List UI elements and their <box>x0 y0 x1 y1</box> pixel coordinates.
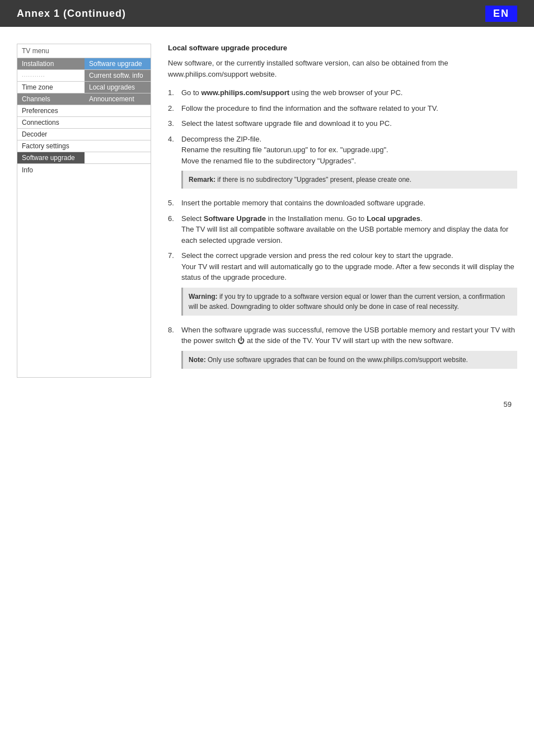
tv-menu-left-item[interactable]: Time zone <box>17 82 85 93</box>
note-box: Note: Only use software upgrades that ca… <box>181 351 517 369</box>
step-number: 8. <box>168 325 178 336</box>
step-item: 2.Follow the procedure to find the infor… <box>168 103 517 114</box>
page-footer: 59 <box>0 395 534 414</box>
tv-menu-left-item[interactable]: Software upgrade <box>17 152 85 163</box>
step-text-line: Follow the procedure to find the informa… <box>181 104 438 112</box>
step-number: 5. <box>168 198 178 209</box>
step-item: 1.Go to www.philips.com/support using th… <box>168 87 517 98</box>
header-bar: Annex 1 (Continued) EN <box>0 0 534 27</box>
tv-menu-row: ...........Current softw. info <box>17 70 151 81</box>
tv-menu-title: TV menu <box>17 44 151 58</box>
page-title: Annex 1 (Continued) <box>17 8 126 20</box>
step-content: Follow the procedure to find the informa… <box>181 103 517 114</box>
info-item: Info <box>17 164 151 176</box>
step-item: 6.Select Software Upgrade in the Install… <box>168 213 517 246</box>
tv-menu-row: ChannelsAnnouncement <box>17 93 151 105</box>
tv-menu-row: Connections <box>17 117 151 128</box>
tv-menu-row: Factory settings <box>17 140 151 152</box>
tv-menu-right-item <box>85 117 151 128</box>
step-text-line: Decompress the ZIP-file. <box>181 135 261 143</box>
tv-menu-left-item[interactable]: Installation <box>17 58 85 69</box>
step-text-line: Insert the portable memory that contains… <box>181 199 425 207</box>
step-text-line: Move the renamed file to the subdirector… <box>181 157 356 165</box>
tv-menu-right-item[interactable]: Local upgrades <box>85 82 151 93</box>
step-content: Select the correct upgrade version and p… <box>181 250 517 320</box>
step-number: 6. <box>168 213 178 224</box>
step-text-line: When the software upgrade was successful… <box>181 326 515 345</box>
tv-menu-right-item <box>85 140 151 152</box>
tv-menu-left-item[interactable]: Connections <box>17 117 85 128</box>
tv-menu-right-item[interactable]: Announcement <box>85 93 151 105</box>
intro-text: New software, or the currently installed… <box>168 58 517 79</box>
remark-box: Remark: if there is no subdirectory "Upg… <box>181 171 517 189</box>
step-number: 3. <box>168 118 178 129</box>
step-content: Select Software Upgrade in the Installat… <box>181 213 517 246</box>
warning-box: Warning: if you try to upgrade to a soft… <box>181 288 517 316</box>
step-item: 5.Insert the portable memory that contai… <box>168 198 517 209</box>
steps-list: 1.Go to www.philips.com/support using th… <box>168 87 517 373</box>
step-item: 3.Select the latest software upgrade fil… <box>168 118 517 129</box>
tv-menu-right-item <box>85 129 151 140</box>
step-content: Select the latest software upgrade file … <box>181 118 517 129</box>
tv-menu-right-item <box>85 105 151 116</box>
step-item: 4.Decompress the ZIP-file.Rename the res… <box>168 134 517 194</box>
step-text-line: Rename the resulting file "autorun.upg" … <box>181 145 388 154</box>
section-title: Local software upgrade procedure <box>168 44 517 52</box>
language-badge: EN <box>485 6 517 22</box>
step-text-line: Select the latest software upgrade file … <box>181 119 392 128</box>
tv-menu-row: Preferences <box>17 105 151 116</box>
right-content: Local software upgrade procedure New sof… <box>168 44 517 378</box>
tv-menu-left-item[interactable]: ........... <box>17 70 85 81</box>
step-content: When the software upgrade was successful… <box>181 325 517 373</box>
tv-menu-right-item[interactable]: Software upgrade <box>85 58 151 69</box>
tv-menu-row: Decoder <box>17 129 151 140</box>
tv-menu-row: Software upgrade <box>17 152 151 163</box>
tv-menu-right-item <box>85 152 151 163</box>
step-number: 7. <box>168 250 178 261</box>
main-content: TV menu InstallationSoftware upgrade....… <box>0 27 534 395</box>
step-item: 8.When the software upgrade was successf… <box>168 325 517 373</box>
step-content: Insert the portable memory that contains… <box>181 198 517 209</box>
tv-menu-panel: TV menu InstallationSoftware upgrade....… <box>17 44 151 378</box>
tv-menu-left-item[interactable]: Decoder <box>17 129 85 140</box>
tv-menu-row: Time zoneLocal upgrades <box>17 82 151 93</box>
step-content: Go to www.philips.com/support using the … <box>181 87 517 98</box>
tv-menu-row: InstallationSoftware upgrade <box>17 58 151 69</box>
page-number: 59 <box>504 400 512 408</box>
tv-menu-right-item[interactable]: Current softw. info <box>85 70 151 81</box>
step-number: 2. <box>168 103 178 114</box>
step-text-line: Your TV will restart and will automatica… <box>181 262 514 282</box>
step-item: 7.Select the correct upgrade version and… <box>168 250 517 320</box>
step-text-line: Select the correct upgrade version and p… <box>181 251 453 260</box>
step-number: 4. <box>168 134 178 145</box>
tv-menu-left-item[interactable]: Preferences <box>17 105 85 116</box>
step-content: Decompress the ZIP-file.Rename the resul… <box>181 134 517 194</box>
tv-menu-left-item[interactable]: Channels <box>17 93 85 105</box>
tv-menu-left-item[interactable]: Factory settings <box>17 140 85 152</box>
step-number: 1. <box>168 87 178 98</box>
